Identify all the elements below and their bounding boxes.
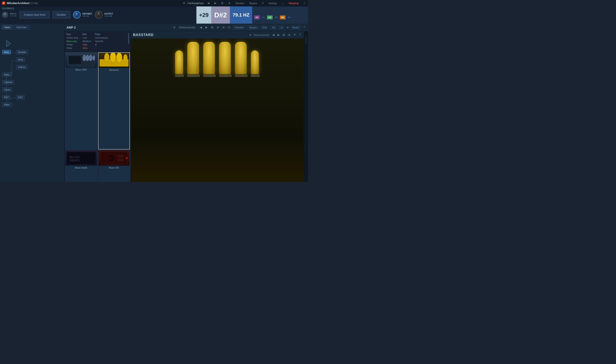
- app-version: (17:00): [30, 2, 38, 4]
- string-note-d3: D3: [267, 15, 273, 19]
- filter-gain-ultra[interactable]: Ultra: [82, 47, 91, 50]
- output-knob[interactable]: [95, 11, 103, 19]
- tuner-string-e2[interactable]: E2: [254, 15, 260, 22]
- amp-copy-btn[interactable]: ⧉: [222, 25, 225, 30]
- amp-name-bluesod: Blues OD: [98, 166, 130, 170]
- tuner-string-g2[interactable]: G2: [273, 15, 279, 22]
- filter-flags-col: Flags Generalized Specific ♥: [95, 33, 108, 50]
- chain-node-cross[interactable]: Cross: [2, 88, 12, 92]
- banks-btn[interactable]: Banks: [290, 25, 301, 30]
- filter-gain-low[interactable]: Low: [82, 36, 91, 39]
- chain-node-eq7-2[interactable]: EQ7: [16, 95, 25, 99]
- filter-type-bass[interactable]: Bass amp: [66, 40, 79, 43]
- filter-type-other[interactable]: Other: [66, 47, 79, 50]
- filter-type-pedal[interactable]: Pedal: [66, 43, 79, 46]
- string-note-b3: B3: [280, 15, 285, 19]
- tuner-string-a2[interactable]: A2: [260, 15, 266, 22]
- svg-rect-30: [117, 159, 123, 161]
- device-eye-btn[interactable]: 👁: [293, 33, 297, 37]
- amp-card-bluesod[interactable]: OD Blues OD: [98, 150, 130, 182]
- filter-gain-high[interactable]: High: [82, 43, 91, 46]
- info-icon[interactable]: ℹ: [261, 1, 265, 5]
- amp-bypass-btn[interactable]: Bypass: [247, 25, 259, 30]
- filter-flags-specific[interactable]: Specific: [95, 40, 108, 43]
- device-save-btn[interactable]: ⊠: [282, 33, 286, 37]
- app-title: MGuitarArchitect: [7, 1, 29, 5]
- settings-btn[interactable]: Settings: [267, 1, 278, 5]
- tuner-area: +29 D#2 79.1 HZ E2 A2 D3 G2 B3: [196, 6, 308, 24]
- string-note-e4: E4: [286, 15, 292, 19]
- device-help-btn[interactable]: ?: [298, 33, 302, 37]
- amp-display: Basstard ⚙ DRIVE ⚙: [131, 39, 304, 182]
- filter-type-guitar[interactable]: Guitar amp: [66, 36, 79, 39]
- amp-save-btn[interactable]: ⊠: [210, 25, 214, 29]
- device-header: BASSTARD ⊞ Device presets ◀ ▶ ⊠ ⊕ 👁 ?: [131, 31, 304, 39]
- input-knob[interactable]: [2, 12, 8, 18]
- preset-save-btn[interactable]: ⊠: [220, 1, 225, 5]
- chain-node-eq7-1[interactable]: EQ7: [2, 95, 11, 99]
- amp-1x-btn[interactable]: 1x: [279, 25, 285, 30]
- svg-point-14: [86, 55, 89, 61]
- input-module: INPUT 0.00 dB: [2, 12, 17, 18]
- toolbar-label: Toolbar: [305, 36, 307, 44]
- amp-card-basstard[interactable]: Basstard Basstard: [98, 52, 130, 150]
- help-btn[interactable]: ?: [302, 1, 306, 5]
- dry-wet-knob[interactable]: [73, 11, 81, 19]
- chain-node-ratio[interactable]: Ratio: [2, 73, 12, 77]
- svg-rect-29: [117, 155, 123, 158]
- device-preset-label[interactable]: Device presets: [254, 34, 269, 36]
- home-icon[interactable]: ⌂: [281, 1, 285, 5]
- device-add-btn[interactable]: ⊕: [287, 33, 291, 37]
- amp-random-btn[interactable]: Random: [233, 25, 246, 30]
- amp-card-bass1950[interactable]: Bass 1950: [65, 52, 97, 150]
- preset-prev-btn[interactable]: ◀: [206, 1, 211, 5]
- amp-add-btn[interactable]: ⊕: [216, 25, 220, 29]
- analyze-btn[interactable]: Analyze input level: [19, 11, 50, 19]
- device-next-btn[interactable]: ▶: [277, 33, 281, 37]
- tube-2: [187, 42, 200, 77]
- tuner-string-b3[interactable]: B3: [280, 15, 286, 22]
- svg-marker-1: [6, 40, 11, 47]
- chain-node-amp2[interactable]: Amp: [16, 57, 25, 62]
- preset-next-btn[interactable]: ▶: [213, 1, 217, 5]
- bypass-btn[interactable]: Bypass: [248, 1, 259, 5]
- amp-all-btn[interactable]: All: [270, 25, 277, 30]
- filter-type-col: Type Guitar amp Bass amp Pedal Other: [66, 33, 79, 50]
- amp-card-blackdeath[interactable]: BLACK DEATH Black death: [65, 150, 97, 182]
- chain-node-amp[interactable]: Amp: [2, 50, 11, 54]
- svg-point-15: [89, 55, 92, 61]
- chain-node-cabinet[interactable]: Cabinet: [2, 80, 14, 84]
- dry-wet-module: DRY/WET 100.0%: [73, 11, 92, 19]
- chain-node-volpan[interactable]: VolPan: [16, 65, 27, 69]
- sleeping-btn[interactable]: Sleeping: [287, 1, 300, 5]
- amp-thumb-blackdeath: BLACK DEATH: [66, 151, 97, 166]
- tuner-string-d3[interactable]: D3: [267, 15, 273, 22]
- tab-input[interactable]: Input: [2, 25, 13, 30]
- doubler-btn[interactable]: Doubler: [52, 11, 70, 19]
- global-presets-label[interactable]: Global presets: [177, 25, 197, 30]
- amp-paste-btn[interactable]: ⊡: [227, 25, 231, 29]
- amp-browser: Type Guitar amp Bass amp Pedal Other Gai…: [64, 31, 131, 182]
- string-note-a2: A2: [261, 15, 266, 19]
- input-label: INPUT: [10, 13, 17, 15]
- filter-scroll[interactable]: [128, 33, 129, 50]
- amp-thumb-bass1950: [66, 52, 97, 67]
- device-prev-btn[interactable]: ◀: [271, 33, 275, 37]
- random-btn[interactable]: Random: [234, 1, 246, 5]
- filter-flags-fav[interactable]: ♥: [95, 43, 108, 46]
- amp-next-btn[interactable]: ▶: [204, 25, 208, 29]
- amp-name-basstard: Basstard: [98, 68, 130, 72]
- chain-node-doubler[interactable]: Doubler: [16, 50, 28, 54]
- filter-gain-medium[interactable]: Medium: [82, 40, 91, 43]
- amp-edit-btn[interactable]: Edit: [261, 25, 268, 30]
- amp-help-btn[interactable]: ?: [303, 25, 306, 29]
- tuner-string-e4[interactable]: E4: [286, 15, 292, 22]
- amp-prev-btn[interactable]: ◀: [199, 25, 203, 29]
- filter-flags-generalized[interactable]: Generalized: [95, 36, 108, 39]
- tuner-cents: +29: [196, 6, 211, 24]
- tuner-main: +29 D#2 79.1 HZ: [196, 6, 252, 24]
- chain-node-ratio2[interactable]: Ratio: [2, 103, 12, 107]
- current-preset-name[interactable]: Full frontal fuzz: [187, 2, 204, 4]
- preset-add-btn[interactable]: ⊕: [227, 1, 232, 5]
- tab-sidechain[interactable]: Sidechain: [13, 25, 29, 30]
